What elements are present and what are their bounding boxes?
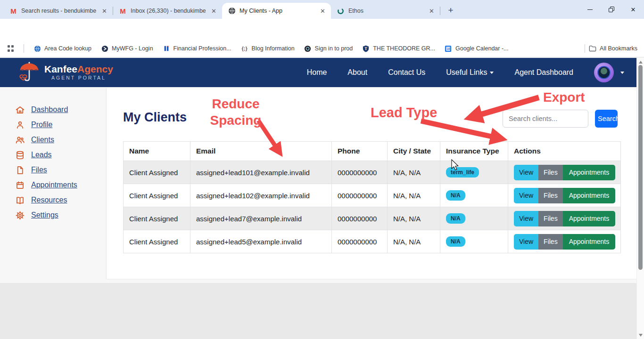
col-actions: Actions [508,142,621,161]
appointments-button[interactable]: Appointments [563,211,616,226]
bookmark-area-code-lookup[interactable]: Area Code lookup [33,45,91,52]
window-controls: ✕ [579,0,644,19]
sidebar-label[interactable]: Clients [31,136,54,144]
browser-tab-ethos[interactable]: Ethos ✕ [331,3,440,19]
page-scrollbar[interactable] [636,58,644,339]
bookmark-blog-information[interactable]: {;} Blog Information [241,45,295,52]
nav-home[interactable]: Home [307,68,327,77]
files-button[interactable]: Files [538,211,563,226]
bookmark-label: All Bookmarks [600,45,637,52]
tab-title: Ethos [348,8,423,14]
insurance-type-badge: N/A [446,190,465,201]
browser-tab-my-clients-active[interactable]: My Clients - App ✕ [222,3,331,19]
sidebar-item-dashboard[interactable]: Dashboard [0,102,106,117]
annotation-lead-type: Lead Type [371,104,437,121]
sidebar-label[interactable]: Dashboard [31,105,68,114]
browser-tab-gmail-inbox[interactable]: M Inbox (26,330) - bendukimber@ ✕ [113,3,222,19]
tab-close-icon[interactable]: ✕ [427,8,436,15]
umbrella-logo-icon [17,61,41,84]
sidebar-label[interactable]: Files [31,166,47,174]
row-actions: ViewFilesAppointments [514,188,615,203]
cell-email: assigned+lead5@example.invalid [190,230,332,253]
nav-contact-us[interactable]: Contact Us [388,68,425,77]
table-row: Client Assigned assigned+lead101@example… [124,161,621,184]
table-row: Client Assigned assigned+lead5@example.i… [124,230,621,253]
globe-favicon [33,45,41,52]
bookmark-google-calendar[interactable]: 18 Google Calendar -... [445,45,509,52]
sidebar-item-leads[interactable]: Leads [0,147,106,162]
search-button[interactable]: Search [595,110,618,128]
site-logo[interactable]: KanfeeAgency AGENT PORTAL [17,61,113,84]
sidebar-item-profile[interactable]: Profile [0,117,106,132]
scrollbar-down-arrow[interactable] [639,334,643,337]
appointments-button[interactable]: Appointments [563,188,616,203]
apps-grid-icon[interactable] [7,45,14,52]
table-row: Client Assigned assigned+lead102@example… [124,184,621,207]
home-icon [15,105,25,115]
bookmark-theodore[interactable]: T THE THEODORE GR... [362,45,435,52]
bookmark-label: Sign in to prod [315,45,353,52]
insurance-type-badge: N/A [446,236,465,247]
financial-favicon [163,45,170,52]
bookmark-financial-professional[interactable]: Financial Profession... [163,45,231,52]
new-tab-button[interactable]: + [444,4,457,17]
search-clients-input[interactable] [503,110,588,128]
user-avatar[interactable] [594,63,614,82]
files-button[interactable]: Files [538,188,563,203]
minimize-button[interactable] [579,0,601,19]
page-body: Dashboard Profile Clients Leads Files [0,87,636,283]
tab-close-icon[interactable]: ✕ [318,8,327,15]
appointments-button[interactable]: Appointments [563,165,616,180]
files-button[interactable]: Files [538,234,563,250]
bookmark-label: THE THEODORE GR... [373,45,435,52]
cell-city-state: N/A, N/A [388,207,440,230]
view-button[interactable]: View [514,234,538,250]
site-nav-links: Home About Contact Us Useful Links Agent… [307,63,624,82]
nav-useful-links[interactable]: Useful Links [446,68,494,77]
bookmark-mywfg-login[interactable]: MyWFG - Login [101,45,153,52]
tab-title: Search results - bendukimber@ [21,8,96,14]
chevron-down-icon [620,72,624,74]
files-button[interactable]: Files [538,165,563,180]
scrollbar-thumb[interactable] [638,65,643,270]
nav-agent-dashboard[interactable]: Agent Dashboard [514,68,573,77]
mywfg-favicon [101,45,108,52]
col-email: Email [190,142,332,161]
bookmark-sign-in-to-prod[interactable]: Sign in to prod [304,45,353,52]
browser-tab-gmail-search[interactable]: M Search results - bendukimber@ ✕ [4,3,113,19]
annotation-export: Export [543,89,585,105]
tab-close-icon[interactable]: ✕ [100,8,109,15]
sidebar-label[interactable]: Settings [31,211,58,219]
bookmark-label: Financial Profession... [173,45,231,52]
appointments-button[interactable]: Appointments [563,234,616,250]
all-bookmarks-button[interactable]: All Bookmarks [589,45,637,52]
browser-toolbar: ← → https://kanfeebulksms.com/agentporta… [0,19,644,40]
user-menu[interactable] [594,63,624,82]
cell-phone: 0000000000 [332,161,388,184]
globe-icon [228,7,236,15]
tab-close-icon[interactable]: ✕ [209,8,218,15]
restore-button[interactable] [601,0,622,19]
sidebar-label[interactable]: Resources [31,196,67,204]
sidebar-item-appointments[interactable]: Appointments [0,178,106,193]
sidebar-item-clients[interactable]: Clients [0,132,106,147]
scrollbar-up-arrow[interactable] [639,61,643,64]
view-button[interactable]: View [514,188,538,203]
view-button[interactable]: View [514,211,538,226]
bookmark-label: Area Code lookup [44,45,91,52]
sidebar-item-resources[interactable]: Resources [0,193,106,208]
sidebar-label[interactable]: Profile [31,121,52,129]
annotation-reduce-spacing: Reduce Spacing [206,96,266,129]
book-icon [15,195,25,205]
row-actions: ViewFilesAppointments [514,234,615,250]
sidebar-item-files[interactable]: Files [0,162,106,178]
sidebar-label[interactable]: Leads [31,151,52,159]
close-button[interactable]: ✕ [622,0,644,19]
nav-about[interactable]: About [347,68,367,77]
person-icon [15,120,25,130]
cell-city-state: N/A, N/A [388,161,440,184]
table-row: Client Assigned assigned+lead7@example.i… [124,207,621,230]
sidebar-label[interactable]: Appointments [31,181,77,189]
sidebar-item-settings[interactable]: Settings [0,208,106,223]
view-button[interactable]: View [514,165,538,180]
